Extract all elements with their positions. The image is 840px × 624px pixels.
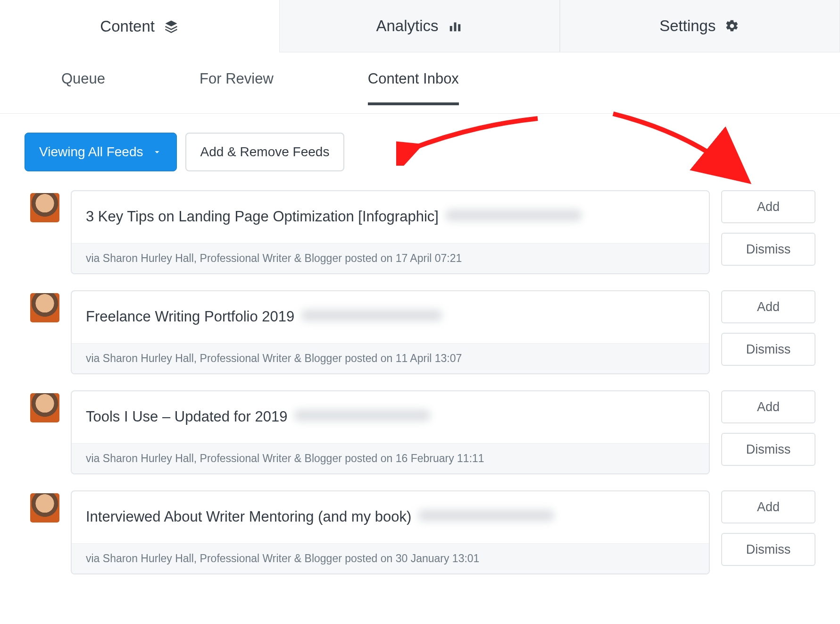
bar-chart-icon — [447, 18, 463, 34]
card-link-redacted — [301, 309, 442, 321]
feed-row: 3 Key Tips on Landing Page Optimization … — [30, 190, 815, 274]
subtab-queue[interactable]: Queue — [61, 70, 105, 103]
toolbar: Viewing All Feeds Add & Remove Feeds — [0, 114, 840, 190]
dismiss-button[interactable]: Dismiss — [721, 533, 815, 566]
content-card[interactable]: Tools I Use – Updated for 2019via Sharon… — [71, 390, 710, 474]
feed-row: Tools I Use – Updated for 2019via Sharon… — [30, 390, 815, 474]
annotation-arrow-right — [604, 104, 755, 185]
avatar — [30, 493, 59, 523]
viewing-feeds-label: Viewing All Feeds — [39, 144, 143, 160]
card-actions: AddDismiss — [721, 390, 815, 466]
card-actions: AddDismiss — [721, 290, 815, 366]
layers-icon — [163, 18, 179, 34]
sub-nav: Queue For Review Content Inbox — [0, 52, 840, 114]
viewing-feeds-dropdown[interactable]: Viewing All Feeds — [25, 133, 177, 171]
subtab-for-review[interactable]: For Review — [200, 70, 274, 103]
feed-row: Interviewed About Writer Mentoring (and … — [30, 490, 815, 574]
annotation-arrow-left — [396, 109, 547, 166]
card-meta: via Sharon Hurley Hall, Professional Wri… — [72, 343, 709, 373]
card-link-redacted — [294, 409, 431, 422]
add-button[interactable]: Add — [721, 490, 815, 523]
card-link-redacted — [418, 509, 555, 522]
card-actions: AddDismiss — [721, 490, 815, 566]
card-title: Interviewed About Writer Mentoring (and … — [86, 508, 411, 525]
avatar — [30, 393, 59, 422]
card-title-row: 3 Key Tips on Landing Page Optimization … — [72, 191, 709, 243]
card-actions: AddDismiss — [721, 190, 815, 266]
subtab-for-review-label: For Review — [200, 70, 274, 87]
tab-analytics-label: Analytics — [376, 17, 438, 35]
subtab-queue-label: Queue — [61, 70, 105, 87]
primary-nav: Content Analytics Settings — [0, 0, 840, 52]
avatar — [30, 293, 59, 322]
content-card[interactable]: Freelance Writing Portfolio 2019via Shar… — [71, 290, 710, 374]
dismiss-button[interactable]: Dismiss — [721, 333, 815, 366]
add-button[interactable]: Add — [721, 290, 815, 323]
add-button[interactable]: Add — [721, 390, 815, 423]
card-title: Tools I Use – Updated for 2019 — [86, 408, 287, 425]
tab-content[interactable]: Content — [0, 0, 279, 52]
svg-rect-1 — [454, 23, 456, 32]
gear-icon — [724, 18, 740, 34]
add-button[interactable]: Add — [721, 190, 815, 223]
add-remove-feeds-label: Add & Remove Feeds — [200, 144, 330, 160]
card-meta: via Sharon Hurley Hall, Professional Wri… — [72, 543, 709, 573]
dismiss-button[interactable]: Dismiss — [721, 233, 815, 266]
feed-row: Freelance Writing Portfolio 2019via Shar… — [30, 290, 815, 374]
svg-rect-2 — [458, 24, 460, 31]
card-title: Freelance Writing Portfolio 2019 — [86, 308, 294, 325]
add-remove-feeds-button[interactable]: Add & Remove Feeds — [185, 133, 345, 171]
tab-settings[interactable]: Settings — [560, 0, 840, 52]
content-card[interactable]: Interviewed About Writer Mentoring (and … — [71, 490, 710, 574]
subtab-content-inbox-label: Content Inbox — [368, 70, 459, 87]
feed-list: 3 Key Tips on Landing Page Optimization … — [0, 190, 840, 593]
card-title-row: Tools I Use – Updated for 2019 — [72, 391, 709, 443]
subtab-content-inbox[interactable]: Content Inbox — [368, 70, 459, 103]
card-meta: via Sharon Hurley Hall, Professional Wri… — [72, 443, 709, 473]
card-title-row: Freelance Writing Portfolio 2019 — [72, 291, 709, 343]
dismiss-button[interactable]: Dismiss — [721, 433, 815, 466]
card-meta: via Sharon Hurley Hall, Professional Wri… — [72, 243, 709, 273]
content-card[interactable]: 3 Key Tips on Landing Page Optimization … — [71, 190, 710, 274]
tab-analytics[interactable]: Analytics — [279, 0, 559, 52]
tab-content-label: Content — [100, 17, 155, 35]
card-title-row: Interviewed About Writer Mentoring (and … — [72, 491, 709, 543]
tab-settings-label: Settings — [659, 17, 715, 35]
svg-rect-0 — [449, 26, 452, 31]
avatar — [30, 193, 59, 222]
caret-down-icon — [152, 147, 162, 157]
card-link-redacted — [445, 209, 582, 221]
card-title: 3 Key Tips on Landing Page Optimization … — [86, 208, 439, 225]
